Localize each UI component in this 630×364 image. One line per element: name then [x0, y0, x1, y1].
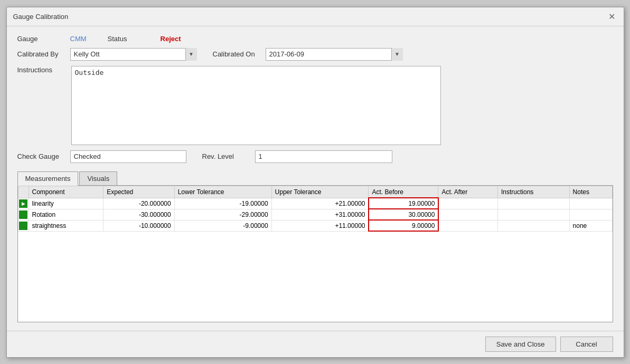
table-row: ▶linearity-20.000000-19.00000+21.0000019… — [18, 198, 612, 209]
check-gauge-input[interactable] — [70, 150, 186, 163]
tab-measurements[interactable]: Measurements — [17, 171, 79, 186]
cell-act_after — [438, 209, 498, 220]
calibrated-on-wrapper: 2017-06-09 ▼ — [266, 48, 403, 61]
calibration-row: Calibrated By Kelly Ott ▼ Calibrated On … — [17, 48, 613, 61]
table-row: straightness-10.000000-9.00000+11.000009… — [18, 220, 612, 231]
tab-content-measurements: Component Expected Lower Tolerance Upper… — [17, 186, 613, 322]
cell-act_before: 19.00000 — [369, 198, 438, 209]
rev-level-group: Rev. Level — [202, 150, 392, 163]
dialog-footer: Save and Close Cancel — [7, 331, 624, 357]
calibrated-on-select[interactable]: 2017-06-09 — [266, 48, 403, 61]
status-label: Status — [108, 35, 155, 43]
cell-expected: -30.000000 — [104, 209, 174, 220]
cell-lower_tolerance: -9.00000 — [174, 220, 271, 231]
dialog-title: Gauge Calibration — [13, 13, 69, 21]
cell-act_before: 30.00000 — [369, 209, 438, 220]
cell-notes — [569, 198, 612, 209]
col-lower-tolerance: Lower Tolerance — [174, 186, 271, 198]
close-button[interactable]: ✕ — [607, 11, 617, 22]
col-component: Component — [29, 186, 104, 198]
row-indicator — [18, 220, 29, 231]
rev-level-label: Rev. Level — [202, 152, 250, 160]
gauge-calibration-dialog: Gauge Calibration ✕ Gauge CMM Status Rej… — [6, 7, 624, 358]
gauge-label: Gauge — [17, 35, 65, 43]
tab-visuals[interactable]: Visuals — [79, 171, 117, 185]
header-row: Component Expected Lower Tolerance Upper… — [18, 186, 612, 198]
cell-lower_tolerance: -19.00000 — [174, 198, 271, 209]
calibrated-by-label: Calibrated By — [17, 50, 65, 58]
cell-component: Rotation — [29, 209, 104, 220]
instructions-row: Instructions Outside — [17, 66, 613, 145]
gauge-value: CMM — [70, 35, 87, 43]
calibrated-by-group: Calibrated By Kelly Ott ▼ — [17, 48, 197, 61]
cancel-button[interactable]: Cancel — [560, 337, 613, 352]
table-row: Rotation-30.000000-29.00000+31.0000030.0… — [18, 209, 612, 220]
table-body: ▶linearity-20.000000-19.00000+21.0000019… — [18, 198, 612, 231]
tabs-header: Measurements Visuals — [17, 171, 613, 186]
status-value: Reject — [161, 35, 181, 43]
status-group: Status Reject — [108, 35, 181, 43]
row-indicator — [18, 209, 29, 220]
cell-instructions — [497, 220, 569, 231]
col-act-before: Act. Before — [369, 186, 438, 198]
calibrated-by-wrapper: Kelly Ott ▼ — [70, 48, 197, 61]
cell-act_before: 9.00000 — [369, 220, 438, 231]
gauge-group: Gauge CMM — [17, 35, 87, 43]
table-header: Component Expected Lower Tolerance Upper… — [18, 186, 612, 198]
cell-upper_tolerance: +11.00000 — [271, 220, 369, 231]
col-instructions: Instructions — [497, 186, 569, 198]
calibrated-by-select[interactable]: Kelly Ott — [70, 48, 197, 61]
col-act-after: Act. After — [438, 186, 498, 198]
cell-expected: -20.000000 — [104, 198, 174, 209]
cell-lower_tolerance: -29.00000 — [174, 209, 271, 220]
dialog-body: Gauge CMM Status Reject Calibrated By Ke… — [7, 26, 624, 331]
tabs-container: Measurements Visuals Component Expected … — [17, 171, 613, 322]
cell-instructions — [497, 198, 569, 209]
cell-upper_tolerance: +31.00000 — [271, 209, 369, 220]
instructions-label: Instructions — [17, 66, 65, 74]
save-and-close-button[interactable]: Save and Close — [485, 337, 556, 352]
instructions-textarea[interactable]: Outside — [71, 66, 441, 145]
check-gauge-row: Check Gauge Rev. Level — [17, 150, 613, 163]
check-gauge-label: Check Gauge — [17, 152, 65, 160]
cell-component: straightness — [29, 220, 104, 231]
cell-instructions — [497, 209, 569, 220]
title-bar: Gauge Calibration ✕ — [7, 7, 624, 26]
cell-upper_tolerance: +21.00000 — [271, 198, 369, 209]
cell-notes — [569, 209, 612, 220]
col-upper-tolerance: Upper Tolerance — [271, 186, 369, 198]
cell-act_after — [438, 220, 498, 231]
measurements-table: Component Expected Lower Tolerance Upper… — [18, 186, 613, 232]
rev-level-input[interactable] — [255, 150, 392, 163]
cell-component: linearity — [29, 198, 104, 209]
cell-expected: -10.000000 — [104, 220, 174, 231]
cell-notes: none — [569, 220, 612, 231]
calibrated-on-label: Calibrated On — [213, 50, 260, 58]
row-indicator: ▶ — [18, 198, 29, 209]
col-indicator — [18, 186, 29, 198]
cell-act_after — [438, 198, 498, 209]
gauge-status-row: Gauge CMM Status Reject — [17, 35, 613, 43]
check-gauge-group: Check Gauge — [17, 150, 186, 163]
col-expected: Expected — [104, 186, 174, 198]
calibrated-on-group: Calibrated On 2017-06-09 ▼ — [213, 48, 403, 61]
col-notes: Notes — [569, 186, 612, 198]
